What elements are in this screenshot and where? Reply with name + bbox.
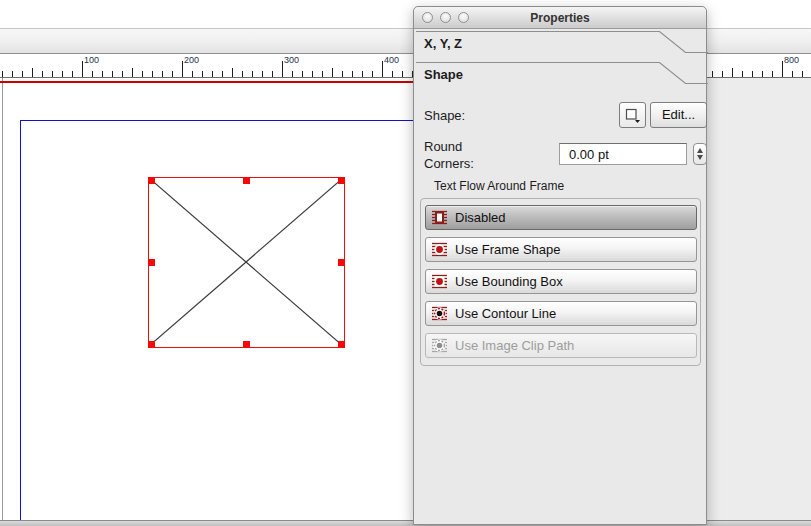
ruler-tick <box>752 71 753 77</box>
ruler-tick <box>392 71 393 77</box>
ruler-tick <box>222 71 223 77</box>
resize-handle-bottom-left[interactable] <box>148 341 155 348</box>
ruler-tick <box>22 71 23 77</box>
ruler-tick <box>2 71 3 77</box>
flow-option-label: Use Frame Shape <box>455 242 561 257</box>
ruler-tick <box>42 71 43 77</box>
resize-handle-top-right[interactable] <box>338 177 345 184</box>
flow-option-use-contour-line[interactable]: Use Contour Line <box>425 301 697 326</box>
round-corners-input[interactable] <box>559 143 687 165</box>
ruler-tick <box>202 71 203 77</box>
ruler-tick <box>792 71 793 77</box>
flow-image-clip-path-icon <box>432 338 447 353</box>
ruler-tick <box>332 68 333 77</box>
flow-option-use-bounding-box[interactable]: Use Bounding Box <box>425 269 697 294</box>
selected-image-frame[interactable] <box>148 177 345 348</box>
flow-option-label: Disabled <box>455 210 506 225</box>
resize-handle-middle-left[interactable] <box>148 259 155 266</box>
ruler-tick <box>342 71 343 77</box>
empty-frame-cross-icon <box>149 178 343 346</box>
ruler-tick <box>402 71 403 77</box>
ruler-tick <box>362 71 363 77</box>
ruler-tick <box>12 71 13 77</box>
ruler-tick <box>192 71 193 77</box>
ruler-tick <box>92 71 93 77</box>
ruler-tick <box>352 71 353 77</box>
ruler-tick <box>142 71 143 77</box>
ruler-tick <box>212 71 213 77</box>
ruler-tick <box>182 61 183 77</box>
flow-disabled-icon <box>432 210 447 225</box>
square-shape-icon <box>625 108 641 124</box>
ruler-tick <box>132 68 133 77</box>
flow-option-label: Use Image Clip Path <box>455 338 574 353</box>
stepper-up-icon[interactable] <box>697 148 703 153</box>
flow-option-label: Use Contour Line <box>455 306 556 321</box>
ruler-tick <box>292 71 293 77</box>
flow-option-disabled[interactable]: Disabled <box>425 205 697 230</box>
ruler-tick <box>312 71 313 77</box>
ruler-tick-label: 200 <box>184 55 199 65</box>
ruler-tick <box>242 71 243 77</box>
palette-titlebar[interactable]: Properties <box>414 7 706 29</box>
ruler-tick <box>262 71 263 77</box>
flow-option-use-image-clip-path: Use Image Clip Path <box>425 333 697 358</box>
ruler-tick <box>282 61 283 77</box>
tab-shape-label: Shape <box>424 67 463 82</box>
shape-row-label: Shape: <box>424 108 465 123</box>
ruler-tick <box>232 68 233 77</box>
flow-option-label: Use Bounding Box <box>455 274 563 289</box>
flow-frame-shape-icon <box>432 242 447 257</box>
ruler-tick <box>772 71 773 77</box>
ruler-tick <box>112 71 113 77</box>
resize-handle-top-left[interactable] <box>148 177 155 184</box>
round-corners-label: Round Corners: <box>424 138 474 172</box>
round-corners-stepper[interactable] <box>693 143 707 165</box>
ruler-tick <box>302 71 303 77</box>
text-flow-section-label: Text Flow Around Frame <box>434 179 564 193</box>
ruler-tick <box>162 71 163 77</box>
ruler-tick <box>62 71 63 77</box>
text-flow-options-group: Disabled Use Frame Shape <box>420 198 701 366</box>
ruler-tick <box>102 71 103 77</box>
ruler-tick-label: 300 <box>284 55 299 65</box>
properties-palette[interactable]: Properties X, Y, Z Shape Shape: Edit... … <box>413 6 707 525</box>
resize-handle-middle-right[interactable] <box>338 259 345 266</box>
palette-title: Properties <box>414 11 706 25</box>
ruler-tick-label: 100 <box>84 55 99 65</box>
ruler-tick <box>52 71 53 77</box>
ruler-tick-label: 400 <box>384 55 399 65</box>
shape-select-button[interactable] <box>619 102 646 128</box>
edit-shape-button[interactable]: Edit... <box>650 102 707 128</box>
flow-contour-line-icon <box>432 306 447 321</box>
ruler-tick <box>322 71 323 77</box>
tab-shape[interactable]: Shape <box>414 61 708 92</box>
ruler-tick <box>122 71 123 77</box>
ruler-tick <box>782 61 783 77</box>
ruler-tick <box>712 71 713 77</box>
resize-handle-bottom-middle[interactable] <box>243 341 250 348</box>
tab-xyz[interactable]: X, Y, Z <box>414 30 708 61</box>
resize-handle-top-middle[interactable] <box>243 177 250 184</box>
ruler-tick <box>382 61 383 77</box>
ruler-tick <box>742 71 743 77</box>
ruler-tick <box>802 71 803 77</box>
ruler-tick <box>82 61 83 77</box>
page-left-edge <box>2 78 3 520</box>
ruler-tick <box>252 71 253 77</box>
ruler-tick <box>152 71 153 77</box>
ruler-tick <box>732 68 733 77</box>
ruler-tick <box>372 71 373 77</box>
flow-option-use-frame-shape[interactable]: Use Frame Shape <box>425 237 697 262</box>
ruler-tick <box>272 71 273 77</box>
ruler-tick-label: 800 <box>784 55 799 65</box>
tab-xyz-label: X, Y, Z <box>424 36 462 51</box>
ruler-tick <box>762 71 763 77</box>
resize-handle-bottom-right[interactable] <box>338 341 345 348</box>
flow-bounding-box-icon <box>432 274 447 289</box>
ruler-tick <box>722 71 723 77</box>
ruler-tick <box>72 71 73 77</box>
ruler-tick <box>32 68 33 77</box>
ruler-tick <box>172 71 173 77</box>
stepper-down-icon[interactable] <box>697 155 703 160</box>
